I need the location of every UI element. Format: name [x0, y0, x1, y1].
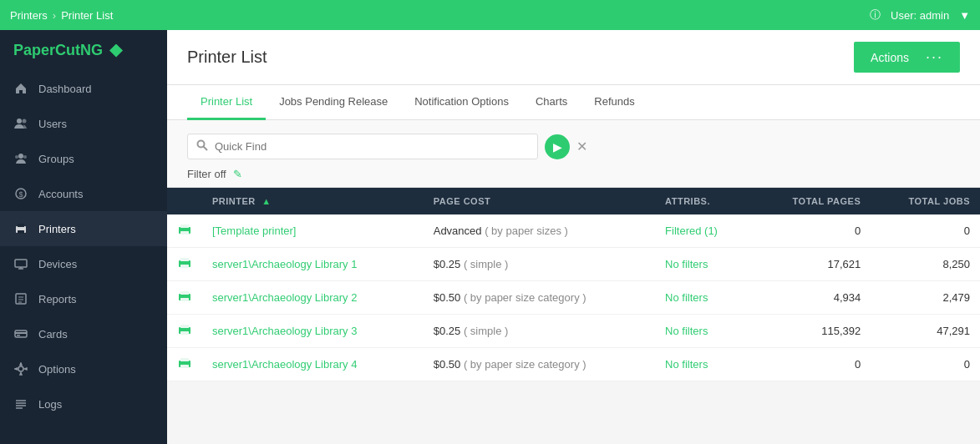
printer-name-cell: [Template printer]	[202, 214, 424, 248]
sidebar-item-cards[interactable]: Cards	[0, 316, 167, 351]
sidebar-item-groups[interactable]: Groups	[0, 141, 167, 176]
filter-row: Filter off ✎	[187, 168, 960, 180]
attribs-link[interactable]: No filters	[665, 291, 708, 304]
actions-button[interactable]: Actions ···	[854, 42, 960, 73]
sidebar-item-label: Printers	[38, 223, 76, 235]
tab-notification-options[interactable]: Notification Options	[401, 85, 522, 120]
printer-table-container: Printer ▲ Page Cost Attribs. Total Pages	[167, 188, 980, 444]
actions-dots-icon: ···	[926, 48, 943, 66]
dashboard-icon	[13, 81, 28, 96]
search-icon	[196, 139, 208, 154]
page-cost-value: Advanced	[434, 225, 482, 237]
svg-point-4	[23, 155, 27, 159]
sidebar-item-label: Users	[38, 118, 67, 130]
sidebar-item-devices[interactable]: Devices	[0, 246, 167, 281]
attribs-link[interactable]: No filters	[665, 325, 708, 337]
page-cost-detail: ( simple )	[464, 325, 508, 337]
printer-name-cell: server1\Archaeology Library 2	[202, 281, 424, 315]
pencil-icon[interactable]: ✎	[233, 168, 242, 180]
breadcrumb: Printers › Printer List	[10, 9, 113, 22]
page-cost-value: $0.25	[434, 258, 461, 270]
svg-rect-38	[180, 298, 189, 301]
sidebar-logo: PaperCutNG	[0, 30, 167, 71]
attribs-cell: No filters	[655, 315, 752, 348]
col-printer: Printer ▲	[202, 188, 424, 214]
sidebar: PaperCutNG Dashboard Users	[0, 30, 167, 444]
page-cost-cell: $0.25 ( simple )	[424, 315, 655, 348]
page-cost-cell: $0.50 ( by paper size category )	[424, 281, 655, 315]
col-page-cost: Page Cost	[424, 188, 655, 214]
sidebar-item-users[interactable]: Users	[0, 106, 167, 141]
chevron-down-icon[interactable]: ▼	[959, 9, 970, 22]
svg-rect-8	[18, 224, 24, 227]
total-pages-cell: 4,934	[753, 281, 871, 315]
page-cost-detail: ( by paper size category )	[464, 291, 586, 304]
svg-point-39	[188, 296, 190, 298]
svg-point-35	[188, 263, 190, 265]
page-cost-value: $0.25	[434, 325, 461, 337]
attribs-link[interactable]: No filters	[665, 258, 708, 270]
sidebar-item-options[interactable]: Options	[0, 351, 167, 386]
search-input[interactable]	[215, 140, 529, 153]
table-row: [Template printer] Advanced ( by paper s…	[167, 214, 980, 248]
col-icon	[167, 188, 202, 214]
search-clear-button[interactable]: ✕	[576, 139, 587, 154]
tab-charts[interactable]: Charts	[522, 85, 581, 120]
total-jobs-cell: 47,291	[871, 315, 980, 348]
svg-text:$: $	[18, 190, 23, 199]
tab-refunds[interactable]: Refunds	[581, 85, 647, 120]
total-pages-cell: 0	[753, 348, 871, 381]
svg-rect-42	[180, 331, 189, 335]
tab-jobs-pending[interactable]: Jobs Pending Release	[266, 85, 401, 120]
svg-rect-33	[180, 258, 189, 261]
table-row: server1\Archaeology Library 3 $0.25 ( si…	[167, 315, 980, 348]
search-row: ▶ ✕	[187, 134, 960, 159]
logo-leaf-icon	[109, 44, 123, 58]
sidebar-item-reports[interactable]: Reports	[0, 281, 167, 316]
filter-label: Filter off	[187, 168, 226, 180]
sidebar-item-dashboard[interactable]: Dashboard	[0, 71, 167, 106]
attribs-link[interactable]: No filters	[665, 358, 708, 371]
svg-point-26	[198, 141, 205, 148]
tabs-bar: Printer List Jobs Pending Release Notifi…	[167, 85, 980, 120]
total-jobs-cell: 8,250	[871, 248, 980, 281]
groups-icon	[13, 151, 28, 166]
printer-name-link[interactable]: server1\Archaeology Library 2	[212, 291, 357, 304]
svg-point-31	[188, 230, 190, 231]
search-go-button[interactable]: ▶	[545, 134, 570, 159]
attribs-cell: No filters	[655, 348, 752, 381]
sidebar-item-label: Groups	[38, 153, 74, 165]
printers-icon	[13, 221, 28, 236]
sidebar-item-label: Cards	[38, 328, 68, 341]
help-icon[interactable]: ⓘ	[870, 8, 881, 23]
page-cost-detail: ( simple )	[464, 258, 508, 270]
tab-printer-list[interactable]: Printer List	[187, 85, 266, 120]
svg-rect-20	[17, 335, 20, 336]
breadcrumb-parent[interactable]: Printers	[10, 9, 48, 22]
top-bar: Printers › Printer List ⓘ User: admin ▼	[0, 0, 980, 30]
attribs-link[interactable]: Filtered (1)	[665, 225, 718, 237]
printer-row-icon	[167, 348, 202, 381]
total-jobs-cell: 0	[871, 348, 980, 381]
printer-name-link[interactable]: [Template printer]	[212, 225, 296, 237]
total-pages-cell: 0	[753, 214, 871, 248]
printer-name-cell: server1\Archaeology Library 3	[202, 315, 424, 348]
printer-name-cell: server1\Archaeology Library 1	[202, 248, 424, 281]
col-total-pages: Total Pages	[753, 188, 871, 214]
page-header: Printer List Actions ···	[167, 30, 980, 85]
sidebar-item-accounts[interactable]: $ Accounts	[0, 176, 167, 211]
sidebar-item-label: Dashboard	[38, 83, 92, 95]
sidebar-item-printers[interactable]: Printers	[0, 211, 167, 246]
col-total-jobs: Total Jobs	[871, 188, 980, 214]
total-jobs-cell: 2,479	[871, 281, 980, 315]
printer-row-icon	[167, 248, 202, 281]
printer-name-link[interactable]: server1\Archaeology Library 1	[212, 258, 357, 270]
cards-icon	[13, 326, 28, 341]
svg-rect-46	[180, 365, 189, 368]
printer-name-link[interactable]: server1\Archaeology Library 3	[212, 325, 357, 337]
printer-row-icon	[167, 214, 202, 248]
top-bar-right: ⓘ User: admin ▼	[870, 8, 970, 23]
printer-name-link[interactable]: server1\Archaeology Library 4	[212, 358, 357, 371]
svg-rect-9	[18, 230, 24, 234]
sidebar-item-logs[interactable]: Logs	[0, 386, 167, 421]
